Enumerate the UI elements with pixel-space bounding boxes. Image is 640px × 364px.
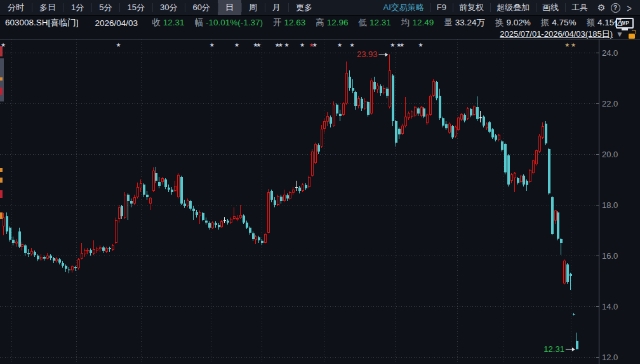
candle xyxy=(16,239,18,247)
toolbar-action-5[interactable]: 工具 xyxy=(565,0,594,15)
toolbar-action-1[interactable]: F9 xyxy=(430,0,453,15)
candle xyxy=(127,193,130,220)
candle xyxy=(511,173,513,183)
candle xyxy=(249,226,251,235)
event-star-icon[interactable]: ★ xyxy=(300,42,305,48)
chevron-right-icon[interactable]: > xyxy=(622,0,636,18)
tab-timeframe-7[interactable]: 日 xyxy=(218,0,241,15)
toolbar-action-0[interactable]: AI交易策略 xyxy=(377,0,430,15)
candle xyxy=(377,83,379,93)
candle xyxy=(168,185,170,192)
candle xyxy=(74,266,77,271)
candle xyxy=(398,127,401,139)
event-star-icon[interactable]: ★ xyxy=(210,42,215,48)
candle xyxy=(576,333,578,349)
candle xyxy=(192,206,195,220)
event-star-icon[interactable]: ★ xyxy=(284,42,289,48)
candle xyxy=(140,179,142,192)
candle xyxy=(62,261,64,268)
candle xyxy=(124,192,126,219)
candle xyxy=(72,265,74,273)
quote-field-label: 开 xyxy=(273,18,282,27)
tab-timeframe-8[interactable]: 周 xyxy=(241,0,265,15)
candle xyxy=(56,257,58,263)
event-star-icon[interactable]: ★ xyxy=(278,42,283,48)
tab-timeframe-9[interactable]: 月 xyxy=(265,0,288,15)
candle xyxy=(336,103,338,116)
event-star-icon[interactable]: ★ xyxy=(418,42,423,48)
tab-timeframe-1[interactable]: 多日 xyxy=(32,0,63,15)
tab-timeframe-2[interactable]: 1分 xyxy=(63,0,91,15)
candle xyxy=(143,183,145,197)
event-star-icon[interactable]: ★ xyxy=(256,42,261,48)
event-star-icon[interactable]: ★ xyxy=(390,42,395,48)
help-icon[interactable]: ? xyxy=(608,0,622,15)
candle xyxy=(551,196,554,235)
candle xyxy=(227,219,229,224)
candle xyxy=(153,167,155,192)
candle xyxy=(81,243,83,259)
candle xyxy=(6,212,8,234)
event-star-icon[interactable]: ★ xyxy=(350,42,355,48)
candle xyxy=(491,128,494,139)
candle xyxy=(171,187,173,195)
tab-timeframe-5[interactable]: 30分 xyxy=(152,0,185,15)
candle xyxy=(268,189,270,233)
candle xyxy=(240,205,242,219)
event-star-icon[interactable]: ★ xyxy=(312,42,317,48)
tab-timeframe-0[interactable]: 分时 xyxy=(0,0,32,15)
event-star-icon[interactable]: ★ xyxy=(399,42,404,48)
candle xyxy=(501,140,503,152)
candle xyxy=(255,235,257,244)
event-star-icon[interactable]: ★ xyxy=(564,42,570,48)
quote-field-1: 幅-10.01%(-1.37) xyxy=(194,17,263,29)
event-star-icon[interactable]: ★ xyxy=(234,42,239,48)
candle xyxy=(367,101,370,117)
candle xyxy=(274,197,276,207)
date-range-link[interactable]: 2025/07/01-2026/04/03(185日) xyxy=(500,29,613,40)
quote-field-label: 收 xyxy=(152,18,161,27)
candle xyxy=(187,198,189,207)
candle xyxy=(106,247,108,253)
candle xyxy=(463,114,466,122)
event-star-icon[interactable]: ★ xyxy=(116,42,121,48)
candle xyxy=(408,112,410,120)
toolbar-action-3[interactable]: 超级叠加 xyxy=(490,0,536,15)
unlocked-padlock-icon[interactable] xyxy=(629,30,636,39)
chevron-down-icon[interactable]: ▼ xyxy=(616,30,623,39)
stock-symbol[interactable]: 603008.SH[喜临门] xyxy=(5,17,79,29)
quote-field-value: 33.24万 xyxy=(455,18,485,27)
candle xyxy=(9,226,11,242)
candlestick-chart[interactable]: 24.022.020.018.016.014.012.0★★★★★★★★★★★★… xyxy=(0,39,640,364)
candle xyxy=(479,111,482,122)
date-range-bar: 2025/07/01-2026/04/03(185日) ▼ xyxy=(500,29,637,39)
candle xyxy=(386,87,389,98)
wp-monitor-icon[interactable]: WP xyxy=(616,18,634,29)
event-star-icon[interactable]: ★ xyxy=(571,42,576,48)
candle xyxy=(521,175,523,183)
event-star-icon[interactable]: ★ xyxy=(1,42,6,48)
candle xyxy=(458,117,460,131)
tab-timeframe-4[interactable]: 15分 xyxy=(119,0,152,15)
candle xyxy=(333,101,335,127)
candle xyxy=(218,223,220,230)
candle xyxy=(230,218,232,224)
candle xyxy=(18,228,21,248)
candle xyxy=(392,74,394,126)
tab-timeframe-10[interactable]: 更多 xyxy=(288,0,320,15)
quote-field-label: 高 xyxy=(316,18,324,27)
candle xyxy=(380,84,382,96)
candle xyxy=(284,190,286,202)
candle xyxy=(470,108,472,117)
tab-timeframe-3[interactable]: 5分 xyxy=(91,0,119,15)
candle xyxy=(223,217,226,223)
toolbar-action-2[interactable]: 前复权 xyxy=(453,0,490,15)
quote-field-4: 低12.31 xyxy=(359,17,391,29)
event-star-icon[interactable]: ★ xyxy=(337,42,342,48)
candle xyxy=(12,237,15,245)
candle xyxy=(298,186,301,193)
candle xyxy=(445,121,448,130)
gear-icon[interactable]: ⚙ xyxy=(594,0,608,15)
tab-timeframe-6[interactable]: 60分 xyxy=(185,0,217,15)
toolbar-action-4[interactable]: 画线 xyxy=(536,0,565,15)
